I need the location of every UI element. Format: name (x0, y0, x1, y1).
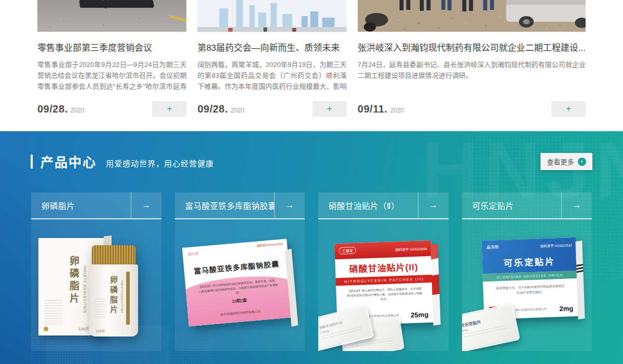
news-footer: 09/28. 2020 + (197, 101, 346, 117)
box-dose: 25mg (411, 311, 428, 319)
box-description: 稳定释放七天，可不间断地保持药物血浆浓度稳定在治疗浓度范围内。 (483, 278, 578, 297)
product-card-header[interactable]: 硝酸甘油贴片（Ⅱ） → (318, 192, 449, 219)
section-subtitle: 用爱感动世界，用心经营健康 (106, 154, 214, 169)
box-reg-no: 国药准字 H23023542 (540, 242, 572, 248)
news-date: 09/11. 2020 (358, 103, 404, 115)
box-blue-band: 晶泽新 国药准字 H23023542 可乐定贴片 (481, 237, 577, 274)
box-indication: 【适应症】冠心病的长期治疗，预防心绞痛发作，与洋地黄和/或利尿剂合用治疗慢性心衰… (336, 283, 433, 303)
arrow-right-icon[interactable]: → (418, 192, 449, 218)
news-title[interactable]: 零售事业部第三季度营销会议 (37, 40, 186, 53)
news-photo-group-meeting[interactable] (37, 0, 186, 32)
box-en-title: TABLETS EGGLECITHIN (83, 265, 87, 313)
capsule-box: 瑞力菲 国药准字H23023002 富马酸亚铁多库酯钠胶囊 【适应症】用于各种原… (182, 239, 293, 326)
news-date-year: 2020 (231, 107, 245, 114)
product-image-clonidine[interactable]: 晶泽新 国药准字 H23023542 可乐定贴片 CLONIDINE ADHES… (462, 219, 592, 351)
box-fine-print (45, 300, 62, 324)
news-title[interactable]: 张洪岐深入到瀚钧现代制药有限公司就企业二期工程建设... (358, 40, 586, 53)
box-brand: 乙膜宝 (339, 247, 356, 255)
arrow-right-icon[interactable]: → (561, 192, 592, 218)
products-header: 产品中心 用爱感动世界，用心经营健康 (31, 152, 214, 171)
arrow-right-icon[interactable]: → (131, 192, 161, 218)
bottle-en-title: TABLETS EGGLECITHIN (120, 280, 124, 313)
news-date-day: 09/11. (358, 103, 388, 115)
news-footer: 09/11. 2020 + (358, 101, 586, 117)
chevron-right-icon: › (578, 158, 586, 166)
news-footer: 09/28. 2020 + (37, 101, 186, 117)
product-card-header[interactable]: 可乐定贴片 → (462, 192, 592, 219)
product-card-header[interactable]: 卵磷脂片 → (31, 192, 161, 219)
product-cards: 卵磷脂片 → 卵磷脂片 TABLETS EGGLECITHIN 120片 (31, 192, 592, 351)
product-image-nitroglycerin[interactable]: 乙膜宝 国药准字 H23023036 硝酸甘油贴片(II) NITROGLYCE… (318, 219, 449, 351)
label-gold-stripe (126, 272, 130, 325)
bottle-count: 120片 (96, 328, 105, 333)
group-photo-illustration (37, 0, 186, 32)
bottle-fine-print (94, 299, 106, 319)
bottle-cap (92, 245, 136, 264)
product-name: 富马酸亚铁多库酯钠胶囊 (175, 192, 275, 218)
product-card-clonidine: 可乐定贴片 → 晶泽新 国药准字 H23023542 可乐定贴片 CLONIDI… (462, 192, 592, 351)
news-excerpt: 7月24日，延寿县委副书记、县长张洪岐深入到瀚钧现代制药有限公司就企业二期工程建… (358, 59, 586, 92)
news-more-button[interactable]: + (152, 101, 186, 117)
news-photo-guangzhou-skyline[interactable] (197, 0, 346, 32)
product-card-header[interactable]: 富马酸亚铁多库酯钠胶囊 → (175, 192, 305, 219)
news-excerpt: 阔别两载，再聚羊城，2020年9月19日，为期三天的第83届全国药品交易会（广州… (197, 59, 346, 92)
site-visit-illustration (358, 0, 586, 32)
patch-sachet: 可乐定贴片 2mg (462, 303, 520, 351)
news-date-day: 09/28. (37, 103, 68, 115)
box-brand: 晶泽新 (486, 244, 498, 250)
arrow-right-icon[interactable]: → (274, 192, 305, 218)
view-more-label: 查看更多 (547, 157, 574, 166)
news-card: 第83届药交会—向新而生、质领未来 阔别两载，再聚羊城，2020年9月19日，为… (197, 0, 346, 117)
news-grid: 零售事业部第三季度营销会议 零售事业部于2020年9月22日—9月24日为期三天… (37, 0, 586, 117)
news-date-year: 2020 (390, 107, 404, 114)
lecithin-bottle: 卵磷脂片 TABLETS EGGLECITHIN 120片 (89, 245, 138, 337)
bottle-vertical-title: 卵磷脂片 (108, 276, 119, 315)
news-date-year: 2020 (71, 107, 85, 114)
news-date-day: 09/28. (197, 103, 228, 115)
news-card: 张洪岐深入到瀚钧现代制药有限公司就企业二期工程建设... 7月24日，延寿县委副… (358, 0, 586, 117)
page: 零售事业部第三季度营销会议 零售事业部于2020年9月22日—9月24日为期三天… (0, 0, 623, 364)
box-dose: 2mg (559, 304, 573, 313)
product-name: 可乐定贴片 (462, 192, 562, 218)
news-more-button[interactable]: + (313, 101, 347, 117)
skyline-illustration (197, 0, 346, 32)
news-title[interactable]: 第83届药交会—向新而生、质领未来 (197, 40, 346, 53)
news-card: 零售事业部第三季度营销会议 零售事业部于2020年9月22日—9月24日为期三天… (37, 0, 186, 117)
company-name: 哈尔滨瀚钧药业有限公司 (515, 307, 547, 312)
box-title: 可乐定贴片 (482, 254, 577, 270)
product-card-lecithin: 卵磷脂片 → 卵磷脂片 TABLETS EGGLECITHIN 120片 (31, 192, 161, 351)
product-name: 卵磷脂片 (31, 192, 131, 218)
box-title: 富马酸亚铁多库酯钠胶囊 (183, 257, 289, 277)
news-more-button[interactable]: + (551, 101, 586, 117)
brand-logo-dot (44, 327, 48, 331)
product-image-ferrous-fumarate[interactable]: 瑞力菲 国药准字H23023002 富马酸亚铁多库酯钠胶囊 【适应症】用于各种原… (175, 219, 305, 351)
product-image-lecithin[interactable]: 卵磷脂片 TABLETS EGGLECITHIN 120片 卵磷脂片 TABLE… (31, 219, 161, 351)
product-card-ferrous-fumarate: 富马酸亚铁多库酯钠胶囊 → 瑞力菲 国药准字H23023002 富马酸亚铁多库酯… (175, 192, 305, 351)
box-reg-no: 国药准字 H23023036 (395, 246, 427, 252)
box-vertical-title: 卵磷脂片 (66, 256, 80, 305)
news-section: 零售事业部第三季度营销会议 零售事业部于2020年9月22日—9月24日为期三天… (0, 0, 623, 131)
products-section: HNJN 产品中心 用爱感动世界，用心经营健康 查看更多 › 卵磷脂片 → (0, 131, 623, 364)
box-reg-no: 国药准字H23023002 (233, 242, 282, 250)
bottle-body: 卵磷脂片 TABLETS EGGLECITHIN 120片 (89, 264, 138, 337)
news-date: 09/28. 2020 (197, 103, 244, 115)
news-date: 09/28. 2020 (37, 103, 84, 115)
view-more-button[interactable]: 查看更多 › (540, 153, 592, 170)
news-photo-site-visit[interactable] (358, 0, 586, 32)
section-title: 产品中心 (40, 152, 97, 171)
box-count: 120片 (78, 326, 89, 331)
box-brand: 瑞力菲 (187, 250, 199, 257)
product-card-nitroglycerin: 硝酸甘油贴片（Ⅱ） → 乙膜宝 国药准字 H23023036 硝酸甘油贴片(II… (318, 192, 449, 351)
news-excerpt: 零售事业部于2020年9月22日—9月24日为期三天营销总结会议在黑龙江省哈尔滨… (37, 59, 186, 92)
title-accent-bar (31, 155, 33, 169)
product-name: 硝酸甘油贴片（Ⅱ） (318, 192, 418, 218)
